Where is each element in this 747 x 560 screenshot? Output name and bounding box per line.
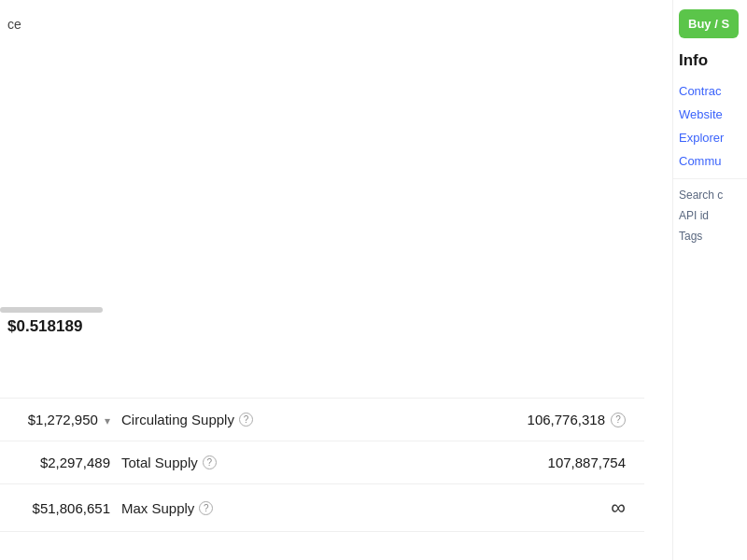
api-id-label: API id <box>673 205 714 226</box>
stats-table: $1,272,950 ▾ Circulating Supply ? 106,77… <box>0 398 644 532</box>
page-title-partial: ce <box>7 17 21 32</box>
circulating-supply-value: 106,776,318 ? <box>308 412 644 427</box>
tags-label: Tags <box>673 226 708 246</box>
scroll-indicator <box>0 307 103 313</box>
total-supply-label: Total Supply ? <box>121 455 308 470</box>
table-row: $51,806,651 Max Supply ? ∞ <box>0 483 644 532</box>
buy-sell-button[interactable]: Buy / S <box>679 9 739 38</box>
max-supply-help-icon[interactable]: ? <box>199 501 213 515</box>
contract-link[interactable]: Contrac <box>673 79 727 103</box>
circulating-supply-info-badge[interactable]: ? <box>611 413 626 427</box>
table-row: $2,297,489 Total Supply ? 107,887,754 <box>0 441 644 483</box>
website-link[interactable]: Website <box>673 103 728 126</box>
left-value-total: $2,297,489 <box>0 455 121 470</box>
price-value: $0.518189 <box>7 317 82 335</box>
left-value-max: $51,806,651 <box>0 500 121 516</box>
infinity-symbol: ∞ <box>611 497 626 518</box>
circulating-supply-label: Circulating Supply ? <box>121 412 308 427</box>
total-supply-help-icon[interactable]: ? <box>203 455 217 469</box>
caret-icon: ▾ <box>105 414 110 427</box>
total-supply-value: 107,887,754 <box>308 455 644 470</box>
max-supply-value: ∞ <box>308 497 644 518</box>
community-link[interactable]: Commu <box>673 149 727 173</box>
left-value-circulating: $1,272,950 ▾ <box>0 412 121 427</box>
table-row: $1,272,950 ▾ Circulating Supply ? 106,77… <box>0 398 644 441</box>
right-panel: Buy / S Info Contrac Website Explorer Co… <box>672 0 747 560</box>
explorer-link[interactable]: Explorer <box>673 126 729 149</box>
info-heading: Info <box>673 51 713 79</box>
circulating-supply-help-icon[interactable]: ? <box>239 413 253 427</box>
divider <box>673 178 747 179</box>
search-label: Search c <box>673 185 728 205</box>
max-supply-label: Max Supply ? <box>121 500 308 516</box>
